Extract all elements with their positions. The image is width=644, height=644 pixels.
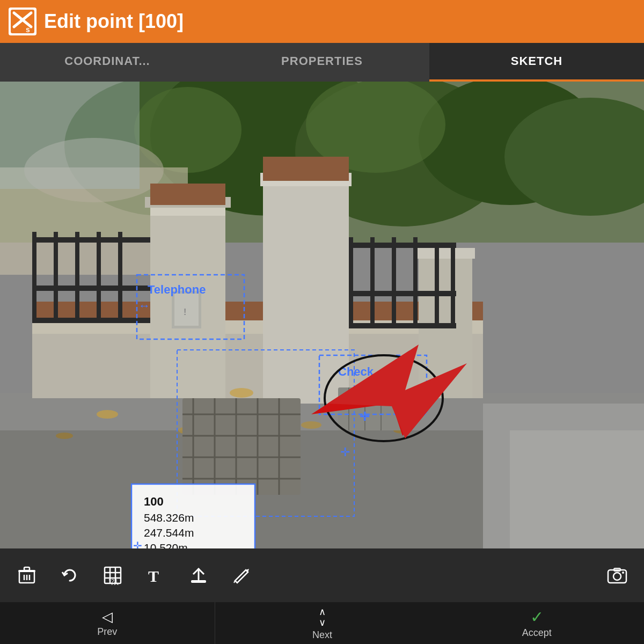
grid-button[interactable]: 123 123 (91, 556, 134, 595)
prev-label: Prev (97, 626, 117, 638)
tab-coordinates[interactable]: COORDINAT... (0, 43, 215, 82)
svg-rect-47 (349, 291, 456, 296)
svg-rect-32 (32, 232, 36, 323)
svg-rect-19 (510, 430, 644, 548)
svg-rect-34 (75, 232, 79, 323)
svg-line-104 (234, 581, 235, 583)
prev-button[interactable]: ◁ Prev (0, 602, 215, 644)
svg-point-54 (230, 388, 253, 398)
svg-rect-40 (349, 237, 353, 328)
edit-toolbar: 123 123 T (0, 548, 644, 602)
upload-button[interactable] (177, 556, 220, 595)
svg-text:✛: ✛ (340, 445, 350, 459)
svg-point-55 (56, 433, 73, 439)
svg-rect-46 (349, 243, 456, 248)
svg-rect-33 (54, 232, 58, 323)
nav-bar: ◁ Prev ∧ ∨ Next ✓ Accept (0, 602, 644, 644)
svg-rect-15 (0, 82, 140, 189)
sketch-canvas[interactable]: ! ↔ Telephone ✛ Che (0, 82, 644, 548)
svg-text:!: ! (184, 308, 186, 317)
svg-text:247.544m: 247.544m (144, 526, 194, 539)
svg-rect-59 (182, 398, 301, 495)
svg-rect-50 (174, 294, 199, 326)
svg-rect-92 (24, 567, 30, 570)
camera-button[interactable] (596, 556, 639, 595)
svg-text:548.326m: 548.326m (144, 511, 194, 524)
svg-rect-38 (32, 286, 150, 291)
svg-text:10.520m: 10.520m (144, 541, 188, 548)
undo-button[interactable] (48, 556, 91, 595)
svg-rect-31 (416, 248, 475, 259)
svg-text:✛: ✛ (360, 410, 370, 423)
next-up-icon: ∧ (319, 606, 326, 618)
tab-sketch[interactable]: SKETCH (429, 43, 644, 82)
svg-point-52 (97, 410, 118, 419)
svg-rect-39 (32, 318, 150, 323)
svg-rect-41 (370, 237, 375, 328)
text-button[interactable]: T (134, 556, 177, 595)
svg-text:T: T (148, 567, 159, 585)
next-down-icon: ∨ (319, 617, 326, 628)
svg-rect-45 (451, 248, 455, 328)
prev-icon: ◁ (102, 609, 113, 625)
svg-rect-48 (349, 323, 456, 328)
app-logo: s (9, 8, 36, 35)
svg-rect-37 (32, 237, 150, 243)
svg-text:s: s (26, 25, 30, 33)
svg-rect-42 (392, 237, 396, 328)
svg-rect-35 (97, 232, 101, 323)
delete-button[interactable] (5, 556, 48, 595)
svg-rect-29 (263, 157, 349, 181)
svg-point-106 (613, 573, 621, 580)
accept-icon: ✓ (530, 608, 544, 626)
next-label: Next (312, 630, 332, 641)
accept-label: Accept (522, 627, 552, 639)
svg-point-108 (622, 572, 624, 574)
svg-text:↔: ↔ (138, 299, 150, 312)
svg-rect-36 (118, 232, 122, 323)
svg-rect-26 (150, 184, 225, 205)
svg-rect-103 (191, 580, 206, 583)
app-header: s Edit point [100] (0, 0, 644, 43)
tab-bar: COORDINAT... PROPERTIES SKETCH (0, 43, 644, 82)
pencil-button[interactable] (220, 556, 263, 595)
page-title: Edit point [100] (44, 10, 184, 33)
svg-rect-44 (435, 248, 439, 328)
tab-properties[interactable]: PROPERTIES (215, 43, 429, 82)
svg-rect-43 (413, 237, 418, 328)
svg-text:✛: ✛ (133, 540, 142, 548)
svg-text:Telephone: Telephone (148, 283, 206, 296)
svg-point-56 (301, 421, 321, 429)
next-button[interactable]: ∧ ∨ Next (215, 602, 430, 644)
svg-rect-27 (263, 178, 349, 404)
svg-text:100: 100 (144, 495, 164, 508)
accept-button[interactable]: ✓ Accept (429, 602, 644, 644)
